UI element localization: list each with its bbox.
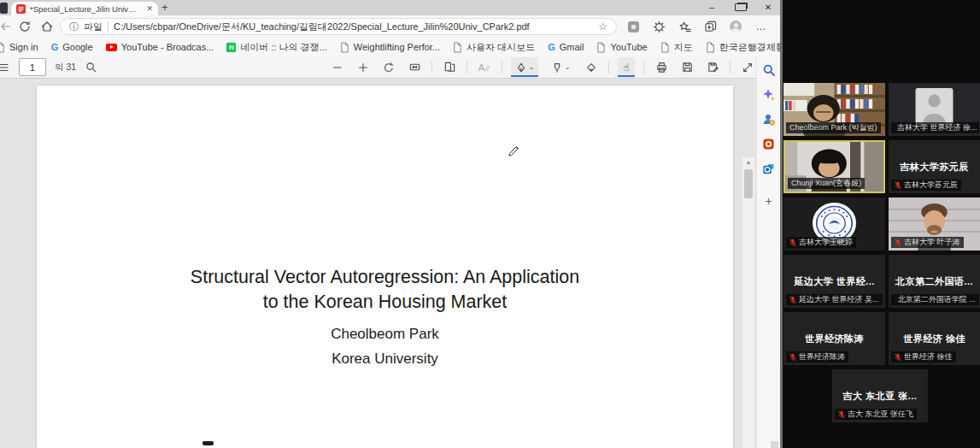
search-document-icon[interactable]: [85, 61, 97, 74]
participant-tile-bisu[interactable]: 北京第二外国语... 北京第二外国语学院 ...: [889, 255, 980, 308]
bookmark-item[interactable]: GGmail: [548, 42, 584, 52]
page-view-button[interactable]: [441, 57, 458, 77]
bookmark-label: YouTube: [610, 42, 647, 52]
page-count-label: 의 31: [55, 62, 76, 74]
participant-name-label: 吉林大学 世界经济 徐...: [891, 122, 979, 133]
info-icon[interactable]: ⓘ: [69, 21, 79, 33]
participant-name-label: 世界经济 徐佳: [891, 351, 956, 363]
save-as-button[interactable]: [704, 57, 721, 77]
edge-sidebar: +: [756, 56, 780, 448]
participant-name-label: 世界经济陈涛: [786, 351, 848, 363]
erase-tool-button[interactable]: [583, 57, 600, 77]
bookmark-item[interactable]: YouTube - Broadcas...: [106, 42, 214, 52]
pencil-cursor-icon: [507, 142, 521, 156]
extension-icon[interactable]: [626, 20, 640, 33]
browser-essentials-icon[interactable]: [652, 20, 666, 33]
draw-tool-button[interactable]: ⌄: [511, 57, 538, 77]
sidebar-outlook-icon[interactable]: [761, 162, 776, 176]
collections-icon[interactable]: [703, 20, 717, 33]
restore-button[interactable]: [735, 3, 745, 13]
back-icon[interactable]: [0, 20, 12, 33]
youtube-icon: [106, 44, 117, 51]
sidebar-copilot-icon[interactable]: [761, 87, 776, 102]
scroll-up-icon[interactable]: ▲: [742, 159, 754, 165]
sidebar-add-icon[interactable]: +: [761, 193, 776, 208]
participant-tile-park[interactable]: Cheolbeom Park (박철범): [783, 83, 885, 136]
refresh-icon[interactable]: [18, 20, 32, 33]
participant-tile-zhang[interactable]: 吉大 东北亚 张... 吉大 东北亚 张任飞: [832, 369, 928, 422]
sidebar-search-icon[interactable]: [761, 62, 776, 77]
rotate-button[interactable]: [380, 57, 397, 77]
browser-window: *Special_Lecture_Jilin Univ_CPark ✕ + – …: [0, 0, 780, 448]
muted-mic-icon: [789, 353, 796, 362]
highlight-tool-button[interactable]: ⌄: [547, 57, 574, 77]
address-bar[interactable]: ⓘ 파일 C:/Users/cbpar/OneDrive/문서/KU_teach…: [60, 18, 617, 35]
home-icon[interactable]: [40, 20, 54, 33]
taskbar-fragment-icon: [0, 3, 8, 14]
profile-icon[interactable]: [729, 20, 742, 33]
meeting-panel: Cheolbeom Park (박철범) 吉林大学 世界经济 徐... Chun…: [780, 0, 980, 448]
participant-tile-chen[interactable]: 世界经济陈涛 世界经济陈涛: [783, 312, 885, 365]
settings-more-icon[interactable]: …: [754, 20, 768, 33]
table-of-contents-icon[interactable]: [0, 61, 10, 74]
favorites-hub-icon[interactable]: [678, 20, 691, 33]
chevron-down-icon[interactable]: ⌄: [529, 63, 535, 71]
page-number-input[interactable]: [19, 58, 46, 76]
close-button[interactable]: ✕: [763, 3, 773, 12]
bookmark-item[interactable]: 지도: [660, 41, 693, 54]
navbar-right-icons: …: [626, 18, 768, 35]
pdf-scrollbar[interactable]: ▲: [742, 157, 754, 448]
address-url[interactable]: C:/Users/cbpar/OneDrive/문서/KU_teaching/길…: [114, 21, 593, 33]
print-button[interactable]: [653, 57, 670, 77]
bookmark-item[interactable]: Sign in: [0, 42, 38, 53]
bookmark-item[interactable]: GGoogle: [51, 42, 93, 52]
bookmark-label: Weightlifting Perfor...: [354, 42, 440, 52]
bookmark-item[interactable]: N네이버 :: 나의 경쟁...: [226, 41, 326, 54]
add-text-icon[interactable]: A: [476, 57, 493, 77]
participant-tile-xuan-active[interactable]: Chunji Xuan(玄春姬): [783, 140, 885, 193]
pdf-toolbar: 의 31 A ⌄ ⌄ ☝: [0, 56, 780, 79]
fullscreen-button[interactable]: [739, 57, 756, 77]
pdf-viewer: Structural Vector Autoregression: An App…: [0, 79, 756, 448]
address-divider: [108, 21, 109, 32]
naver-icon: N: [226, 43, 236, 52]
participant-tile-ye[interactable]: 吉林大学 叶子涛: [889, 197, 980, 251]
save-button[interactable]: [678, 57, 695, 77]
bookmarks-bar: Sign in GGoogle YouTube - Broadcas... N네…: [0, 38, 780, 56]
add-favorite-icon[interactable]: ☆: [598, 21, 607, 32]
meeting-panel-edge: [780, 0, 783, 448]
participant-tile-xu[interactable]: 吉林大学 世界经济 徐...: [889, 83, 980, 136]
scrollbar-thumb[interactable]: [744, 169, 753, 198]
bookmark-label: 사용자 대시보드: [467, 41, 535, 54]
participant-tile-yanbian[interactable]: 延边大学 世界经... 延边大学 世界经济 吴...: [783, 255, 885, 308]
bookmark-label: 지도: [674, 41, 693, 54]
participant-tile-wang[interactable]: 吉林大学王晓婷: [783, 197, 885, 251]
pdf-favicon: [16, 4, 26, 14]
participant-tile-xujia[interactable]: 世界经济 徐佳 世界经济 徐佳: [889, 312, 980, 365]
chevron-down-icon[interactable]: ⌄: [565, 63, 571, 71]
muted-mic-icon: [789, 239, 796, 247]
hand-tool-button[interactable]: ☝: [618, 57, 635, 77]
sidebar-office-icon[interactable]: [761, 137, 776, 151]
zoom-out-button[interactable]: [329, 57, 346, 77]
google-icon: G: [51, 42, 59, 52]
minimize-button[interactable]: –: [707, 3, 717, 12]
toolbar-divider: [502, 61, 502, 74]
muted-mic-icon: [789, 296, 796, 304]
zoom-in-button[interactable]: [355, 57, 372, 77]
page-bottom-mark: [202, 441, 214, 445]
pdf-toolbar-center: A ⌄ ⌄ ☝: [329, 56, 782, 78]
sidebar-scroll-nub: [771, 441, 778, 448]
new-tab-button[interactable]: +: [161, 1, 168, 14]
muted-mic-icon: [895, 239, 901, 247]
participant-tile-su[interactable]: 吉林大学苏元辰 吉林大学苏元辰: [889, 140, 980, 193]
bookmark-label: Gmail: [560, 42, 584, 52]
slide-title-line2: to the Korean Housing Market: [37, 290, 733, 315]
sidebar-rewards-icon[interactable]: [761, 112, 776, 127]
browser-tab-pdf[interactable]: *Special_Lecture_Jilin Univ_CPark ✕: [11, 2, 158, 15]
bookmark-item[interactable]: 사용자 대시보드: [453, 41, 535, 54]
fit-to-width-button[interactable]: [406, 57, 423, 77]
bookmark-item[interactable]: YouTube: [596, 42, 647, 53]
bookmark-item[interactable]: Weightlifting Perfor...: [340, 42, 440, 53]
tab-close-icon[interactable]: ✕: [146, 5, 153, 13]
